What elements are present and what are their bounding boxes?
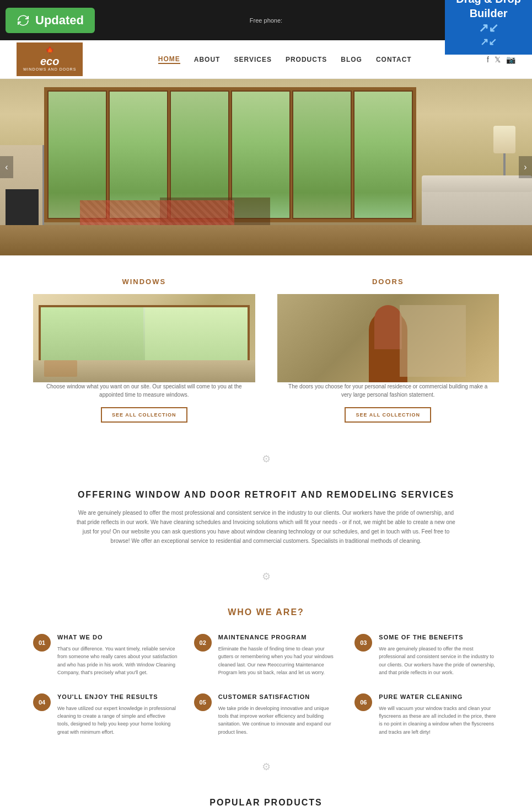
who-number: 05 [194, 693, 212, 711]
divider-3: ⚙ [0, 752, 532, 781]
who-number: 01 [33, 634, 51, 652]
windows-image [33, 294, 255, 382]
hero-prev-button[interactable]: ‹ [0, 156, 13, 178]
drag-drop-badge: Drag & Drop Builder ↗↙ [445, 0, 532, 55]
doors-column: DOORS The doors you choose for your pers… [277, 277, 499, 423]
windows-doors-section: WINDOWS Choose window what you want on o… [0, 255, 532, 445]
who-text: We are genuinely pleased to offer the mo… [379, 645, 499, 677]
nav-home[interactable]: HOME [158, 55, 180, 64]
divider-2: ⚙ [0, 562, 532, 591]
who-text: We take pride in developing innovative a… [218, 704, 338, 736]
offering-section: OFFERING WINDOW AND DOOR RETROFIT AND RE… [0, 473, 532, 562]
nav-blog[interactable]: BLOG [341, 56, 362, 63]
who-number: 04 [33, 693, 51, 711]
who-title: WHO WE ARE? [33, 607, 499, 617]
who-text: Eliminate the hassle of finding time to … [218, 645, 338, 677]
doors-title: DOORS [277, 277, 499, 286]
doors-image [277, 294, 499, 382]
facebook-icon[interactable]: f [487, 55, 489, 64]
who-item: 04 YOU'LL ENJOY THE RESULTS We have util… [33, 693, 178, 736]
nav-products[interactable]: PRODUCTS [286, 56, 327, 63]
nav-contact[interactable]: CONTACT [376, 56, 412, 63]
who-item: 01 WHAT WE DO That's our difference. You… [33, 634, 178, 677]
divider-1: ⚙ [0, 445, 532, 473]
windows-description: Choose window what you want on our site.… [33, 382, 255, 399]
who-item: 02 MAINTENANCE PROGRAM Eliminate the has… [194, 634, 338, 677]
who-section: WHO WE ARE? 01 WHAT WE DO That's our dif… [0, 591, 532, 752]
logo-name: eco [23, 55, 76, 67]
updated-badge: Updated [6, 8, 95, 33]
offering-text: We are genuinely pleased to offer the mo… [73, 508, 459, 546]
who-heading: CUSTOMER SATISFACTION [218, 693, 338, 700]
instagram-icon[interactable]: 📷 [506, 55, 515, 64]
social-icons: f 𝕏 📷 [487, 55, 515, 64]
products-section: POPULAR PRODUCTS NEW WILLOW WOOD DOOR We… [0, 781, 532, 806]
who-content: MAINTENANCE PROGRAM Eliminate the hassle… [218, 634, 338, 677]
who-grid: 01 WHAT WE DO That's our difference. You… [33, 634, 499, 736]
logo-area: 🍁 eco WINDOWS AND DOORS [17, 42, 83, 76]
who-content: CUSTOMER SATISFACTION We take pride in d… [218, 693, 338, 736]
who-heading: SOME OF THE BENEFITS [379, 634, 499, 640]
nav-links: HOME ABOUT SERVICES PRODUCTS BLOG CONTAC… [158, 55, 412, 64]
who-heading: YOU'LL ENJOY THE RESULTS [57, 693, 178, 700]
who-item: 03 SOME OF THE BENEFITS We are genuinely… [354, 634, 499, 677]
who-text: We will vacuum your window tracks and cl… [379, 704, 499, 736]
who-number: 03 [354, 634, 372, 652]
windows-title: WINDOWS [33, 277, 255, 286]
products-title: POPULAR PRODUCTS [33, 798, 499, 806]
logo-sub: WINDOWS AND DOORS [23, 67, 76, 72]
nav-services[interactable]: SERVICES [234, 56, 271, 63]
free-phone-label: Free phone: [250, 17, 282, 24]
who-heading: PURE WATER CLEANING [379, 693, 499, 700]
who-content: SOME OF THE BENEFITS We are genuinely pl… [379, 634, 499, 677]
nav-about[interactable]: ABOUT [194, 56, 221, 63]
window-scene-img [39, 305, 250, 366]
windows-see-all-button[interactable]: SEE ALL COLLECTION [101, 407, 187, 423]
doors-description: The doors you choose for your personal r… [277, 382, 499, 399]
who-item: 05 CUSTOMER SATISFACTION We take pride i… [194, 693, 338, 736]
door-panel [374, 305, 402, 349]
hero-room: ‹ › [0, 79, 532, 255]
who-number: 06 [354, 693, 372, 711]
who-heading: MAINTENANCE PROGRAM [218, 634, 338, 640]
who-text: We have utilized our expert knowledge in… [57, 704, 178, 736]
offering-title: OFFERING WINDOW AND DOOR RETROFIT AND RE… [44, 490, 488, 500]
windows-column: WINDOWS Choose window what you want on o… [33, 277, 255, 423]
top-bar: Updated Free phone: Drag & Drop Builder … [0, 0, 532, 40]
doors-see-all-button[interactable]: SEE ALL COLLECTION [345, 407, 431, 423]
refresh-icon [17, 14, 30, 27]
who-content: YOU'LL ENJOY THE RESULTS We have utilize… [57, 693, 178, 736]
who-item: 06 PURE WATER CLEANING We will vacuum yo… [354, 693, 499, 736]
who-heading: WHAT WE DO [57, 634, 178, 640]
logo-box: 🍁 eco WINDOWS AND DOORS [17, 42, 83, 76]
twitter-icon[interactable]: 𝕏 [495, 55, 501, 64]
who-content: WHAT WE DO That's our difference. You wa… [57, 634, 178, 677]
who-text: That's our difference. You want timely, … [57, 645, 178, 677]
hero-next-button[interactable]: › [519, 156, 532, 178]
hero-section: ‹ › [0, 79, 532, 255]
who-content: PURE WATER CLEANING We will vacuum your … [379, 693, 499, 736]
who-number: 02 [194, 634, 212, 652]
